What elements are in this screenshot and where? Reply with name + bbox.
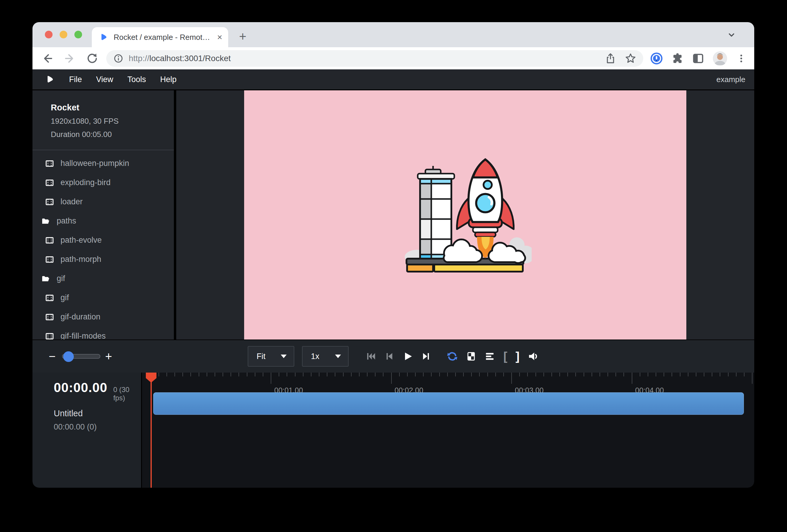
sidebar-items: halloween-pumpkin exploding-bird loader …	[33, 154, 174, 346]
remotion-menubar: File View Tools Help example	[33, 69, 754, 90]
timeline-panel: 00:00.00 0 (30 fps) Untitled 00:00.00 (0…	[33, 373, 754, 488]
film-icon	[45, 198, 54, 206]
browser-tab[interactable]: Rocket / example - Remotion Preview ×	[92, 27, 228, 47]
sidebar-item[interactable]: path-morph	[33, 250, 174, 269]
timeline-info-panel: 00:00.00 0 (30 fps) Untitled 00:00.00 (0…	[33, 373, 141, 488]
project-name-label: example	[717, 75, 745, 84]
film-icon	[45, 159, 54, 168]
current-timecode: 00:00.00	[54, 380, 107, 395]
zoom-out-icon[interactable]: −	[49, 350, 56, 363]
previous-frame-button[interactable]	[384, 351, 394, 361]
film-icon	[45, 294, 54, 302]
current-frame-info: 0 (30 fps)	[113, 386, 141, 402]
track-duration-info: 00:00.00 (0)	[54, 423, 141, 432]
url-text[interactable]: http://localhost:3001/Rocket	[129, 54, 604, 63]
forward-icon[interactable]	[63, 52, 77, 65]
menu-file[interactable]: File	[69, 75, 82, 84]
film-icon	[45, 255, 54, 264]
checkerboard-button[interactable]	[466, 351, 476, 361]
remotion-favicon	[100, 33, 108, 42]
timeline-tracks-area[interactable]: 00:01.0000:02.0000:03.0000:04.00	[142, 373, 754, 488]
timeline-clip[interactable]	[153, 392, 744, 415]
in-marker-button[interactable]: [	[503, 350, 507, 362]
info-icon[interactable]	[113, 53, 124, 64]
film-icon	[45, 236, 54, 244]
sidebar-item-label: gif	[61, 293, 69, 302]
close-window-button[interactable]	[45, 31, 52, 38]
sidebar-item-label: path-evolve	[61, 236, 102, 245]
zoom-in-icon[interactable]: +	[105, 350, 112, 363]
volume-button[interactable]	[528, 351, 539, 362]
sidebar-item-label: gif	[57, 274, 65, 283]
compositions-sidebar: Rocket 1920x1080, 30 FPS Duration 00:05.…	[33, 90, 176, 340]
film-icon	[45, 178, 54, 187]
minimize-window-button[interactable]	[60, 31, 67, 38]
track-name: Untitled	[54, 409, 141, 418]
fullscreen-window-button[interactable]	[75, 31, 82, 38]
sidebar-item[interactable]: halloween-pumpkin	[33, 154, 174, 173]
composition-name: Rocket	[51, 103, 174, 112]
remotion-logo[interactable]	[45, 75, 55, 84]
reload-icon[interactable]	[85, 52, 99, 65]
menu-view[interactable]: View	[96, 75, 113, 84]
sidebar-item-label: exploding-bird	[61, 178, 111, 187]
tab-strip: Rocket / example - Remotion Preview × +	[33, 22, 754, 47]
zoom-slider-thumb[interactable]	[63, 351, 74, 362]
bookmark-star-icon[interactable]	[624, 52, 637, 65]
film-icon	[45, 332, 54, 340]
url-bar-row: http://localhost:3001/Rocket	[33, 47, 754, 69]
folder-open-icon	[41, 217, 50, 225]
back-icon[interactable]	[41, 52, 55, 65]
timeline-zoom-slider[interactable]	[62, 354, 100, 359]
jump-to-start-button[interactable]	[366, 351, 376, 361]
sidebar-item-label: path-morph	[61, 255, 101, 264]
loop-button[interactable]	[447, 351, 458, 362]
sidebar-item[interactable]: paths	[33, 211, 174, 231]
tab-title: Rocket / example - Remotion Preview	[114, 33, 211, 42]
new-tab-button[interactable]: +	[239, 30, 247, 43]
sidebar-item[interactable]: path-evolve	[33, 231, 174, 250]
preview-area	[176, 90, 754, 340]
share-icon[interactable]	[604, 52, 617, 65]
sidebar-item[interactable]: exploding-bird	[33, 173, 174, 192]
menu-tools[interactable]: Tools	[128, 75, 146, 84]
tab-close-icon[interactable]: ×	[217, 33, 222, 42]
main-area: Rocket 1920x1080, 30 FPS Duration 00:05.…	[33, 90, 754, 340]
sidebar-item[interactable]: loader	[33, 192, 174, 211]
rocket-illustration	[399, 153, 532, 277]
folder-open-icon	[41, 275, 50, 283]
preview-canvas	[244, 90, 686, 340]
kebab-menu-icon[interactable]	[735, 52, 747, 64]
onepassword-icon[interactable]	[650, 52, 663, 65]
sidebar-item-label: paths	[57, 216, 76, 226]
composition-resolution: 1920x1080, 30 FPS	[51, 116, 174, 126]
caret-down-icon	[281, 355, 286, 358]
avatar[interactable]	[712, 51, 728, 66]
next-frame-button[interactable]	[421, 351, 431, 361]
sidebar-item[interactable]: gif	[33, 269, 174, 288]
out-marker-button[interactable]: ]	[516, 350, 519, 362]
playhead-handle[interactable]	[146, 373, 156, 383]
sidebar-item[interactable]: gif	[33, 288, 174, 307]
sidebar-item-label: gif-duration	[61, 312, 100, 321]
player-toolbar: − + Fit 1x	[33, 340, 754, 373]
playhead-line	[151, 373, 152, 488]
caret-down-icon	[335, 355, 341, 358]
size-select[interactable]: Fit	[248, 346, 294, 367]
menu-help[interactable]: Help	[160, 75, 177, 84]
sidebar-item[interactable]: gif-duration	[33, 307, 174, 326]
chevron-down-icon[interactable]	[726, 30, 737, 40]
side-panel-icon[interactable]	[692, 52, 705, 65]
extensions-puzzle-icon[interactable]	[671, 52, 684, 65]
composition-duration: Duration 00:05.00	[51, 130, 174, 139]
browser-window: Rocket / example - Remotion Preview × + …	[33, 22, 754, 488]
play-button[interactable]	[402, 351, 413, 362]
sidebar-item-label: halloween-pumpkin	[61, 159, 129, 168]
window-controls	[45, 31, 82, 38]
url-omnibox[interactable]: http://localhost:3001/Rocket	[106, 50, 643, 67]
film-icon	[45, 313, 54, 321]
sidebar-divider	[33, 150, 174, 150]
timeline-lines-button[interactable]	[484, 351, 495, 362]
sidebar-item-label: loader	[61, 197, 83, 206]
playback-speed-select[interactable]: 1x	[302, 346, 348, 367]
